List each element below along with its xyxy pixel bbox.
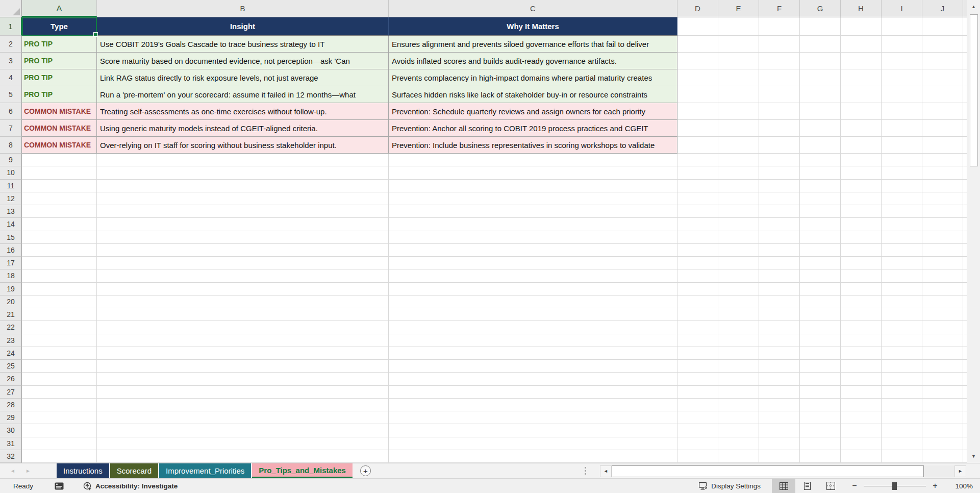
- horizontal-scrollbar[interactable]: ◄ ►: [600, 465, 966, 477]
- cell-I17[interactable]: [882, 257, 922, 269]
- cell-B16[interactable]: [97, 244, 389, 257]
- cell-J31[interactable]: [922, 437, 963, 450]
- cell-C29[interactable]: [389, 411, 677, 424]
- cell-H29[interactable]: [841, 411, 882, 424]
- cell-C22[interactable]: [389, 321, 677, 334]
- cell-B32[interactable]: [97, 450, 389, 463]
- cell-H8[interactable]: [841, 137, 882, 154]
- cell-A25[interactable]: [22, 360, 97, 373]
- row-header-26[interactable]: 26: [0, 373, 22, 385]
- cell-H24[interactable]: [841, 347, 882, 360]
- cell-D5[interactable]: [677, 86, 718, 103]
- cell-D12[interactable]: [677, 192, 718, 205]
- cell-F31[interactable]: [759, 437, 800, 450]
- cell-D17[interactable]: [677, 257, 718, 269]
- cell-J25[interactable]: [922, 360, 963, 373]
- cell-H17[interactable]: [841, 257, 882, 269]
- row-header-3[interactable]: 3: [0, 53, 22, 69]
- cell-B3[interactable]: Score maturity based on documented evide…: [97, 53, 389, 69]
- cell-B21[interactable]: [97, 308, 389, 321]
- cell-D15[interactable]: [677, 231, 718, 244]
- cell-C15[interactable]: [389, 231, 677, 244]
- cell-I4[interactable]: [882, 69, 922, 86]
- row-header-20[interactable]: 20: [0, 295, 22, 308]
- cell-I6[interactable]: [882, 103, 922, 120]
- cell-B4[interactable]: Link RAG status directly to risk exposur…: [97, 69, 389, 86]
- vertical-scroll-thumb[interactable]: [970, 14, 978, 166]
- cell-C18[interactable]: [389, 269, 677, 282]
- cell-E30[interactable]: [718, 424, 759, 437]
- cell-B9[interactable]: [97, 154, 389, 166]
- cell-F16[interactable]: [759, 244, 800, 257]
- cell-H13[interactable]: [841, 205, 882, 218]
- tab-overflow-dots-icon[interactable]: [585, 467, 586, 475]
- row-header-10[interactable]: 10: [0, 166, 22, 179]
- cell-J6[interactable]: [922, 103, 963, 120]
- cell-A9[interactable]: [22, 154, 97, 166]
- cell-D9[interactable]: [677, 154, 718, 166]
- column-header-B[interactable]: B: [97, 0, 389, 17]
- cell-C24[interactable]: [389, 347, 677, 360]
- row-header-18[interactable]: 18: [0, 269, 22, 282]
- zoom-level[interactable]: 100%: [946, 482, 973, 490]
- column-header-E[interactable]: E: [718, 0, 759, 17]
- cell-A24[interactable]: [22, 347, 97, 360]
- cell-I15[interactable]: [882, 231, 922, 244]
- cell-E12[interactable]: [718, 192, 759, 205]
- row-header-30[interactable]: 30: [0, 424, 22, 437]
- cell-F28[interactable]: [759, 399, 800, 411]
- cell-F26[interactable]: [759, 373, 800, 385]
- cell-D16[interactable]: [677, 244, 718, 257]
- cell-A6[interactable]: COMMON MISTAKE: [22, 103, 97, 120]
- cell-H6[interactable]: [841, 103, 882, 120]
- cell-G23[interactable]: [800, 334, 841, 347]
- cell-I21[interactable]: [882, 308, 922, 321]
- cell-E21[interactable]: [718, 308, 759, 321]
- column-header-J[interactable]: J: [922, 0, 963, 17]
- cell-I14[interactable]: [882, 218, 922, 231]
- cell-F30[interactable]: [759, 424, 800, 437]
- cell-H2[interactable]: [841, 36, 882, 53]
- cell-F6[interactable]: [759, 103, 800, 120]
- cell-A23[interactable]: [22, 334, 97, 347]
- cell-B6[interactable]: Treating self-assessments as one-time ex…: [97, 103, 389, 120]
- cell-D22[interactable]: [677, 321, 718, 334]
- cell-H27[interactable]: [841, 386, 882, 399]
- cell-C2[interactable]: Ensures alignment and prevents siloed go…: [389, 36, 677, 53]
- cell-D2[interactable]: [677, 36, 718, 53]
- cell-A4[interactable]: PRO TIP: [22, 69, 97, 86]
- cell-I16[interactable]: [882, 244, 922, 257]
- row-header-31[interactable]: 31: [0, 437, 22, 450]
- cell-J32[interactable]: [922, 450, 963, 463]
- cell-J5[interactable]: [922, 86, 963, 103]
- macro-record-icon[interactable]: [55, 482, 64, 490]
- row-header-23[interactable]: 23: [0, 334, 22, 347]
- cell-B22[interactable]: [97, 321, 389, 334]
- cell-F11[interactable]: [759, 180, 800, 192]
- cell-C10[interactable]: [389, 166, 677, 179]
- cell-J15[interactable]: [922, 231, 963, 244]
- cell-B18[interactable]: [97, 269, 389, 282]
- cell-E26[interactable]: [718, 373, 759, 385]
- cell-J11[interactable]: [922, 180, 963, 192]
- cell-F25[interactable]: [759, 360, 800, 373]
- cell-I19[interactable]: [882, 283, 922, 295]
- cell-D8[interactable]: [677, 137, 718, 154]
- zoom-slider-thumb[interactable]: [892, 482, 897, 490]
- cell-H30[interactable]: [841, 424, 882, 437]
- cell-D27[interactable]: [677, 386, 718, 399]
- cell-J16[interactable]: [922, 244, 963, 257]
- cell-B2[interactable]: Use COBIT 2019's Goals Cascade to trace …: [97, 36, 389, 53]
- cell-A26[interactable]: [22, 373, 97, 385]
- cell-A16[interactable]: [22, 244, 97, 257]
- cell-B29[interactable]: [97, 411, 389, 424]
- cell-E29[interactable]: [718, 411, 759, 424]
- cell-F9[interactable]: [759, 154, 800, 166]
- cell-B28[interactable]: [97, 399, 389, 411]
- cell-E31[interactable]: [718, 437, 759, 450]
- cell-G31[interactable]: [800, 437, 841, 450]
- cell-E18[interactable]: [718, 269, 759, 282]
- row-header-29[interactable]: 29: [0, 411, 22, 424]
- cell-F32[interactable]: [759, 450, 800, 463]
- cell-F8[interactable]: [759, 137, 800, 154]
